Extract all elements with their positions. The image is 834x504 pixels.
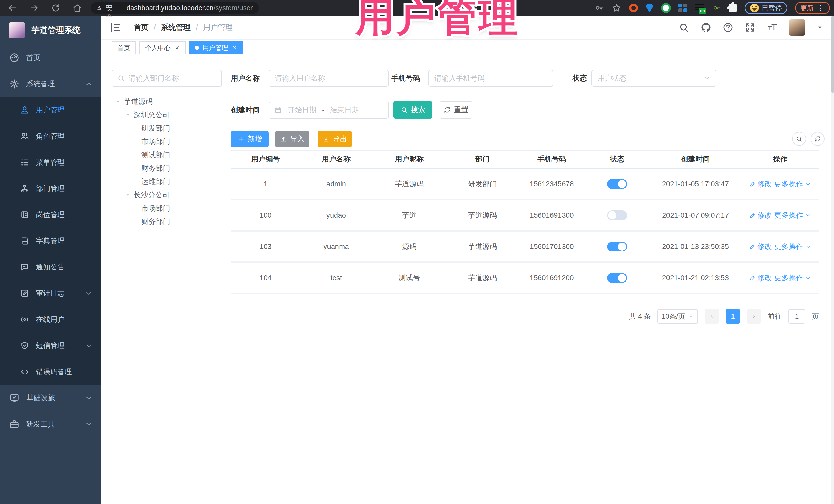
page-size-select[interactable]: 10条/页 bbox=[657, 309, 698, 324]
tab-用户管理[interactable]: 用户管理 bbox=[189, 41, 243, 54]
tree-node-运维部门[interactable]: 运维部门 bbox=[112, 175, 224, 188]
search-button[interactable]: 搜索 bbox=[393, 101, 432, 118]
scrollbar-thumb[interactable] bbox=[831, 16, 834, 93]
sidebar-item-通知公告[interactable]: 通知公告 bbox=[0, 254, 101, 280]
page-scrollbar[interactable] bbox=[831, 16, 834, 504]
tab-个人中心[interactable]: 个人中心 bbox=[139, 41, 185, 54]
sidebar-item-首页[interactable]: 首页 bbox=[0, 45, 101, 71]
tree-node-财务部门[interactable]: 财务部门 bbox=[112, 162, 224, 175]
status-toggle[interactable] bbox=[607, 211, 627, 220]
toggle-knob bbox=[608, 211, 616, 219]
calendar-icon bbox=[274, 106, 282, 114]
refresh-table-button[interactable] bbox=[811, 132, 825, 146]
sidebar-item-短信管理[interactable]: 短信管理 bbox=[0, 333, 101, 359]
more-actions-link[interactable]: 更多操作 bbox=[774, 211, 811, 220]
caret-down-icon[interactable] bbox=[115, 99, 121, 105]
toggle-search-panel-button[interactable] bbox=[792, 132, 806, 146]
close-icon[interactable] bbox=[232, 45, 237, 50]
password-key-icon[interactable] bbox=[594, 3, 604, 13]
url-bar[interactable]: 不安全 dashboard.yudao.iocoder.cn/system/us… bbox=[91, 2, 259, 14]
sidebar-item-错误码管理[interactable]: 错误码管理 bbox=[0, 359, 101, 385]
tree-node-测试部门[interactable]: 测试部门 bbox=[112, 148, 224, 162]
bookmark-star-icon[interactable] bbox=[612, 3, 621, 13]
status-toggle[interactable] bbox=[607, 179, 627, 189]
tree-node-芋道源码[interactable]: 芋道源码 bbox=[112, 95, 224, 108]
reload-icon[interactable] bbox=[51, 3, 61, 13]
caret-down-icon[interactable] bbox=[125, 112, 131, 118]
sidebar-item-审计日志[interactable]: 审计日志 bbox=[0, 280, 101, 306]
green-extension-icon[interactable] bbox=[661, 3, 671, 13]
mobile-input[interactable] bbox=[428, 70, 553, 87]
extensions-puzzle-icon[interactable] bbox=[729, 4, 737, 12]
app-title: 芋道管理系统 bbox=[31, 25, 81, 36]
add-user-button[interactable]: 新增 bbox=[231, 131, 269, 147]
help-icon[interactable] bbox=[723, 22, 733, 33]
breadcrumb-item-首页[interactable]: 首页 bbox=[134, 22, 149, 32]
forward-icon[interactable] bbox=[29, 3, 39, 13]
dept-search-box[interactable]: 请输入部门名称 bbox=[112, 70, 222, 87]
close-icon[interactable] bbox=[174, 45, 180, 50]
prev-page-button[interactable] bbox=[705, 309, 719, 324]
fullscreen-icon[interactable] bbox=[745, 22, 755, 33]
status-select[interactable]: 用户状态 bbox=[592, 70, 717, 87]
tree-node-财务部门[interactable]: 财务部门 bbox=[112, 215, 224, 228]
create-time-range-picker[interactable]: 开始日期 - 结束日期 bbox=[269, 102, 389, 118]
sidebar-item-系统管理[interactable]: 系统管理 bbox=[0, 71, 101, 97]
sidebar-item-岗位管理[interactable]: 岗位管理 bbox=[0, 202, 101, 228]
status-toggle[interactable] bbox=[607, 273, 627, 283]
ubuntu-extension-icon[interactable] bbox=[629, 4, 638, 12]
status-toggle[interactable] bbox=[607, 242, 627, 251]
gem-extension-icon[interactable] bbox=[646, 4, 653, 12]
goto-page-input[interactable] bbox=[788, 309, 805, 324]
caret-down-icon[interactable] bbox=[125, 192, 131, 198]
reset-button[interactable]: 重置 bbox=[440, 101, 473, 118]
import-button[interactable]: 导入 bbox=[275, 131, 309, 147]
sidebar-item-角色管理[interactable]: 角色管理 bbox=[0, 123, 101, 149]
tree-node-深圳总公司[interactable]: 深圳总公司 bbox=[112, 108, 224, 122]
more-actions-link[interactable]: 更多操作 bbox=[774, 179, 811, 189]
status-label: 状态 bbox=[572, 70, 587, 87]
sidebar-item-字典管理[interactable]: 字典管理 bbox=[0, 228, 101, 254]
tree-node-长沙分公司[interactable]: 长沙分公司 bbox=[112, 188, 224, 202]
green-key-extension-icon[interactable] bbox=[712, 4, 721, 12]
tab-首页[interactable]: 首页 bbox=[112, 41, 136, 54]
page-number-1[interactable]: 1 bbox=[726, 309, 740, 324]
back-icon[interactable] bbox=[8, 3, 18, 13]
next-page-button[interactable] bbox=[747, 309, 761, 324]
tree-node-市场部门[interactable]: 市场部门 bbox=[112, 202, 224, 215]
github-icon[interactable] bbox=[701, 22, 711, 33]
grid-extension-icon[interactable] bbox=[679, 4, 687, 12]
sidebar-item-研发工具[interactable]: 研发工具 bbox=[0, 411, 101, 437]
user-avatar[interactable] bbox=[789, 19, 805, 36]
sidebar-item-在线用户[interactable]: 在线用户 bbox=[0, 306, 101, 333]
avatar-caret-icon[interactable] bbox=[816, 24, 823, 31]
list-extension-icon[interactable]: on bbox=[695, 4, 705, 12]
more-actions-link[interactable]: 更多操作 bbox=[774, 273, 811, 283]
edit-user-link[interactable]: 修改 bbox=[749, 211, 772, 220]
export-button[interactable]: 导出 bbox=[318, 131, 352, 147]
column-header-操作: 操作 bbox=[742, 154, 819, 164]
sidebar-item-基础设施[interactable]: 基础设施 bbox=[0, 385, 101, 411]
sidebar-item-部门管理[interactable]: 部门管理 bbox=[0, 176, 101, 202]
browser-menu-kebab-icon[interactable]: ⋮ bbox=[817, 4, 825, 12]
browser-update-button[interactable]: 更新 ⋮ bbox=[795, 2, 830, 14]
more-actions-link[interactable]: 更多操作 bbox=[774, 242, 811, 251]
edit-user-link[interactable]: 修改 bbox=[749, 179, 772, 189]
sidebar-collapse-icon[interactable] bbox=[110, 22, 122, 34]
chevron-left-icon bbox=[709, 313, 715, 320]
font-size-icon[interactable] bbox=[767, 22, 777, 33]
profile-paused-badge[interactable]: 已暂停 bbox=[745, 2, 787, 14]
username-input[interactable] bbox=[269, 70, 389, 87]
search-icon[interactable] bbox=[679, 22, 689, 33]
sidebar-logo[interactable]: 芋道管理系统 bbox=[0, 16, 101, 45]
main-area: 首页/系统管理/用户管理 首页个人中心用户管理 请输入部门名称 芋道源码深圳总公… bbox=[101, 16, 834, 504]
tree-node-研发部门[interactable]: 研发部门 bbox=[112, 122, 224, 135]
tree-node-市场部门[interactable]: 市场部门 bbox=[112, 135, 224, 148]
breadcrumb-item-系统管理[interactable]: 系统管理 bbox=[161, 22, 191, 32]
sidebar-item-用户管理[interactable]: 用户管理 bbox=[0, 97, 101, 123]
sidebar-item-菜单管理[interactable]: 菜单管理 bbox=[0, 149, 101, 176]
edit-user-link[interactable]: 修改 bbox=[749, 273, 772, 283]
edit-user-link[interactable]: 修改 bbox=[749, 242, 772, 251]
home-icon[interactable] bbox=[72, 3, 82, 13]
sidebar-item-label: 部门管理 bbox=[36, 184, 65, 194]
